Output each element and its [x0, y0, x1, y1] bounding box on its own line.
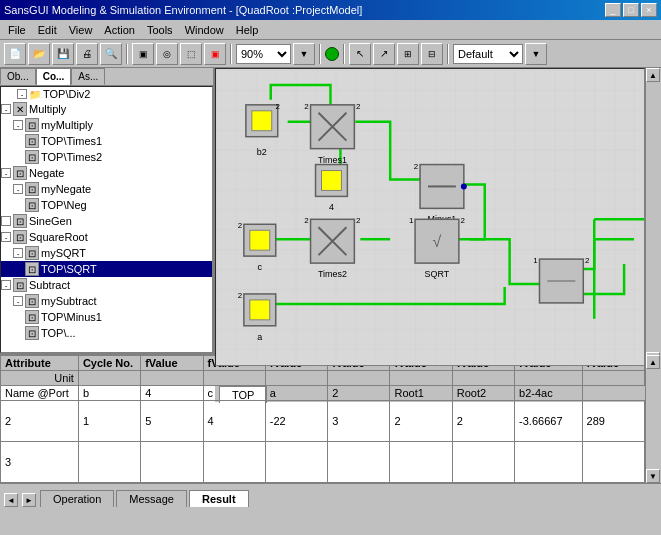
status-tab-result[interactable]: Result [189, 490, 249, 507]
label-times2: TOP\Times2 [41, 151, 102, 163]
preset-down-btn[interactable]: ▼ [525, 43, 547, 65]
tree-item-multiply[interactable]: - ✕ Multiply [1, 101, 212, 117]
expand-squareroot[interactable]: - [1, 232, 11, 242]
tree-item-topneg[interactable]: ⊡ TOP\Neg [1, 197, 212, 213]
expand-subtract[interactable]: - [1, 280, 11, 290]
row2-col2 [78, 442, 140, 483]
open-btn[interactable]: 📂 [28, 43, 50, 65]
menu-tools[interactable]: Tools [141, 22, 179, 38]
btn7[interactable]: ◎ [156, 43, 178, 65]
menu-edit[interactable]: Edit [32, 22, 63, 38]
status-tab-message[interactable]: Message [116, 490, 187, 507]
search-btn[interactable]: 🔍 [100, 43, 122, 65]
svg-text:Times1: Times1 [318, 155, 347, 165]
tree-item-times1[interactable]: ⊡ TOP\Times1 [1, 133, 212, 149]
preset-select[interactable]: Default [453, 44, 523, 64]
icon-mynegate: ⊡ [25, 182, 39, 196]
svg-text:2: 2 [461, 216, 466, 225]
tree-area[interactable]: - 📁 TOP\Div2 - ✕ Multiply - ⊡ myMultiply… [0, 86, 213, 353]
zoom-down-btn[interactable]: ▼ [293, 43, 315, 65]
name-col-root2: Root2 [452, 386, 514, 401]
zoom-select[interactable]: 90% 50% 75% 100% 125% [236, 44, 291, 64]
tab-scroll-left[interactable]: ◄ [4, 493, 18, 507]
minimize-btn[interactable]: _ [605, 3, 621, 17]
label-mysqrt: mySQRT [41, 247, 86, 259]
expand-mysubtract[interactable]: - [13, 296, 23, 306]
subheader-8 [452, 371, 514, 386]
new-btn[interactable]: 📄 [4, 43, 26, 65]
tab-assets[interactable]: As... [71, 68, 105, 85]
table-scroll-down[interactable]: ▼ [646, 469, 660, 483]
tree-item-sinegen[interactable]: ⊡ SineGen [1, 213, 212, 229]
table-row: 2 1 5 4 -22 3 2 2 -3.66667 289 [1, 401, 645, 442]
label-mymultiply: myMultiply [41, 119, 93, 131]
node-output1[interactable]: 1 2 [533, 256, 590, 303]
menu-action[interactable]: Action [98, 22, 141, 38]
expand-multiply[interactable]: - [1, 104, 11, 114]
icon-subtract: ⊡ [13, 278, 27, 292]
green-circle-btn[interactable] [325, 47, 339, 61]
name-col-a: a [265, 386, 327, 401]
tree-item-topsqrt[interactable]: ⊡ TOP\SQRT [1, 261, 212, 277]
vertical-scrollbar[interactable]: ▲ ▼ [645, 68, 661, 366]
tree-item-times2[interactable]: ⊡ TOP\Times2 [1, 149, 212, 165]
menu-window[interactable]: Window [179, 22, 230, 38]
tree-item-subtract[interactable]: - ⊡ Subtract [1, 277, 212, 293]
scroll-up-btn[interactable]: ▲ [646, 68, 660, 82]
tree-item-mynegate[interactable]: - ⊡ myNegate [1, 181, 212, 197]
tree-item-mysubtract[interactable]: - ⊡ mySubtract [1, 293, 212, 309]
menu-help[interactable]: Help [230, 22, 265, 38]
btn9[interactable]: ▣ [204, 43, 226, 65]
tree-item-div2[interactable]: - 📁 TOP\Div2 [1, 87, 212, 101]
tree-item-negate[interactable]: - ⊡ Negate [1, 165, 212, 181]
svg-text:b2: b2 [257, 147, 267, 157]
maximize-btn[interactable]: □ [623, 3, 639, 17]
table-row: 3 [1, 442, 645, 483]
row2-col3 [141, 442, 203, 483]
expand-negate[interactable]: - [1, 168, 11, 178]
tree-item-topdots[interactable]: ⊡ TOP\... [1, 325, 212, 341]
connect-btn[interactable]: ↗ [373, 43, 395, 65]
tree-item-squareroot[interactable]: - ⊡ SquareRoot [1, 229, 212, 245]
table-scroll-up[interactable]: ▲ [646, 355, 660, 369]
row1-col5: -22 [265, 401, 327, 442]
row2-col8 [452, 442, 514, 483]
expand-mynegate[interactable]: - [13, 184, 23, 194]
table-vertical-scroll[interactable]: ▲ ▼ [645, 355, 661, 483]
btn8[interactable]: ⬚ [180, 43, 202, 65]
svg-text:2: 2 [275, 102, 280, 111]
node-btn[interactable]: ⊞ [397, 43, 419, 65]
left-panel: Ob... Co... As... - 📁 TOP\Div2 - ✕ Multi… [0, 68, 215, 353]
row2-col4 [203, 442, 265, 483]
icon-div2: 📁 [29, 89, 41, 100]
tree-item-mymultiply[interactable]: - ⊡ myMultiply [1, 117, 212, 133]
menu-view[interactable]: View [63, 22, 99, 38]
expand-mysqrt[interactable]: - [13, 248, 23, 258]
table-container: Attribute Cycle No. fValue fValue fValue… [0, 355, 661, 483]
row1-col4: 4 [203, 401, 265, 442]
name-col-4: 4 [141, 386, 203, 401]
close-btn[interactable]: × [641, 3, 657, 17]
expand-sinegen[interactable] [1, 216, 11, 226]
tab-components[interactable]: Co... [36, 68, 72, 85]
menu-file[interactable]: File [2, 22, 32, 38]
save-btn[interactable]: 💾 [52, 43, 74, 65]
cursor-btn[interactable]: ↖ [349, 43, 371, 65]
tab-scroll-right[interactable]: ► [22, 493, 36, 507]
subheader-2 [78, 371, 140, 386]
diagram-canvas[interactable]: b2 2 Times1 2 2 [215, 68, 645, 366]
tab-objects[interactable]: Ob... [0, 68, 36, 85]
name-col-b: b [78, 386, 140, 401]
tree-item-topminus1[interactable]: ⊡ TOP\Minus1 [1, 309, 212, 325]
icon-times1: ⊡ [25, 134, 39, 148]
expand-mymultiply[interactable]: - [13, 120, 23, 130]
link-btn[interactable]: ⊟ [421, 43, 443, 65]
print-btn[interactable]: 🖨 [76, 43, 98, 65]
status-tab-operation[interactable]: Operation [40, 490, 114, 507]
btn6[interactable]: ▣ [132, 43, 154, 65]
svg-text:2: 2 [238, 221, 243, 230]
expand-div2[interactable]: - [17, 89, 27, 99]
tree-item-mysqrt[interactable]: - ⊡ mySQRT [1, 245, 212, 261]
table-scroll-track [646, 369, 661, 469]
title-text: SansGUI Modeling & Simulation Environmen… [4, 4, 362, 16]
